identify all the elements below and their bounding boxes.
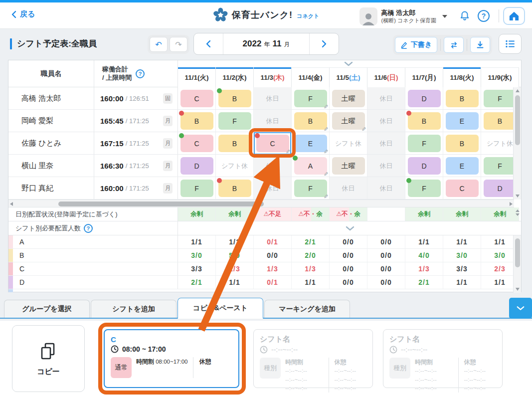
shift-cell[interactable]: F — [405, 177, 443, 199]
date-header[interactable]: 11/9(水) — [481, 67, 519, 87]
daily-row-scroll-arrows[interactable] — [516, 209, 520, 216]
shift-cell[interactable]: C✎ — [254, 132, 292, 154]
scroll-left-arrow[interactable] — [10, 202, 13, 206]
shift-cell[interactable]: D — [405, 87, 443, 109]
shift-cell[interactable]: B — [216, 132, 254, 154]
pencil-icon — [400, 41, 408, 49]
shift-cell[interactable]: B — [216, 177, 254, 199]
date-header[interactable]: 11/6(日) — [367, 67, 405, 87]
tab-select-group[interactable]: グループを選択 — [4, 300, 90, 318]
shift-cell[interactable]: シフト休 — [216, 155, 254, 177]
shift-cell[interactable]: 休日 — [367, 155, 405, 177]
date-header[interactable]: 11/1(火) — [178, 67, 216, 87]
shift-cell[interactable]: 休日 — [254, 155, 292, 177]
back-button[interactable]: 戻る — [11, 9, 35, 19]
shift-cell[interactable]: 土曜 — [330, 155, 367, 177]
shift-cell[interactable]: C — [443, 177, 481, 199]
shift-cell[interactable]: 土曜✎ — [330, 110, 367, 132]
prev-month-button[interactable] — [194, 33, 223, 54]
shift-color-stripe — [8, 262, 13, 275]
shift-cell[interactable]: C — [178, 132, 216, 154]
shift-cell[interactable]: B✎ — [292, 110, 330, 132]
shift-cell[interactable]: 休日 — [367, 110, 405, 132]
help-button[interactable]: ? — [477, 9, 490, 22]
shift-cell[interactable]: D — [405, 155, 443, 177]
shift-cell[interactable]: E✎ — [292, 132, 330, 154]
shift-cell[interactable]: D — [178, 155, 216, 177]
collapse-panel-button[interactable] — [509, 298, 532, 319]
daily-status-cell — [367, 207, 405, 221]
required-staff-help-icon[interactable]: ? — [84, 224, 93, 233]
shift-cell[interactable]: B — [443, 87, 481, 109]
shift-cell[interactable]: E — [443, 155, 481, 177]
shift-cell[interactable]: シフト休 — [330, 132, 367, 154]
redo-button[interactable]: ↷ — [170, 37, 187, 52]
date-header[interactable]: 11/8(火) — [443, 67, 481, 87]
shift-cell[interactable]: F — [405, 132, 443, 154]
tab-copy-paste[interactable]: コピー&ペースト — [177, 298, 263, 319]
shift-cell[interactable]: A✎ — [292, 155, 330, 177]
tab-add-marking[interactable]: マーキングを追加 — [264, 300, 350, 318]
edited-pencil-icon: ✎ — [286, 149, 290, 154]
notifications-button[interactable] — [458, 9, 471, 22]
ratio-value: 3/3 — [443, 262, 481, 275]
sync-button[interactable] — [444, 37, 464, 53]
shift-cell[interactable]: B — [443, 132, 481, 154]
next-month-button[interactable] — [310, 33, 339, 54]
vertical-scrollbar[interactable] — [513, 87, 521, 200]
scrollbar-thumb[interactable] — [515, 238, 520, 267]
date-header[interactable]: 11/4(金) — [292, 67, 330, 87]
avatar — [359, 7, 377, 25]
undo-button[interactable]: ↶ — [150, 37, 168, 52]
scrollbar-thumb[interactable] — [58, 201, 264, 206]
shift-cell[interactable]: 休日 — [367, 177, 405, 199]
copy-label: コピー — [37, 367, 60, 377]
shift-cell[interactable]: 休日 — [367, 132, 405, 154]
shift-cell[interactable]: E — [443, 110, 481, 132]
scrollbar-thumb[interactable] — [515, 95, 520, 145]
hours-help-icon[interactable]: ? — [136, 69, 145, 78]
date-header[interactable]: 11/2(水) — [216, 67, 254, 87]
copied-shift-card[interactable]: C 08:00 ~ 17:00 通常 時間割 08:00~17:00 休憩 — [104, 329, 239, 388]
shift-cell[interactable]: F — [178, 177, 216, 199]
scroll-down-arrow[interactable] — [516, 288, 520, 291]
ratio-value: 0/0 — [330, 249, 367, 262]
shift-cell[interactable]: B — [405, 110, 443, 132]
shift-chip: 土曜 — [332, 157, 365, 175]
shift-cell[interactable]: C — [178, 87, 216, 109]
horizontal-scrollbar[interactable] — [8, 200, 514, 207]
collapse-shifts-control[interactable] — [178, 221, 522, 235]
shift-cell[interactable]: 休日 — [254, 177, 292, 199]
question-icon: ? — [478, 10, 490, 22]
home-button[interactable] — [503, 7, 525, 25]
chevron-down-icon — [344, 61, 353, 66]
shift-cell[interactable]: 休日 — [330, 177, 367, 199]
date-header[interactable]: 11/5(土) — [330, 67, 367, 87]
draft-button[interactable]: 下書き — [395, 37, 437, 53]
shift-cell[interactable]: B — [178, 110, 216, 132]
shift-cell[interactable]: F✎ — [292, 87, 330, 109]
shift-cell[interactable]: 土曜 — [330, 87, 367, 109]
collapse-dates-control[interactable] — [178, 60, 519, 67]
scroll-down-arrow[interactable] — [516, 195, 520, 198]
download-button[interactable] — [470, 37, 490, 53]
edited-pencil-icon: ✎ — [324, 149, 328, 154]
scroll-right-arrow[interactable] — [510, 202, 513, 206]
tab-add-shift[interactable]: シフトを追加 — [91, 300, 177, 318]
copy-button[interactable]: コピー — [12, 325, 85, 392]
shift-cell[interactable]: 休日 — [254, 110, 292, 132]
user-menu[interactable]: 高橋 浩太郎 (横断) コネクト保育園 — [359, 7, 447, 25]
shift-break: 休憩 — [199, 357, 211, 378]
current-month: 2022 年 11 月 — [223, 33, 310, 54]
summary-scrollbar[interactable] — [513, 235, 521, 293]
shift-cell[interactable]: 休日 — [254, 87, 292, 109]
shift-cell[interactable]: F✎ — [292, 177, 330, 199]
date-header[interactable]: 11/7(月) — [405, 67, 443, 87]
shift-cell[interactable]: 休日 — [367, 87, 405, 109]
shift-cell[interactable]: B — [216, 87, 254, 109]
list-view-button[interactable] — [499, 34, 522, 54]
date-header[interactable]: 11/3(木) — [254, 67, 292, 87]
scroll-up-arrow[interactable] — [516, 89, 520, 92]
shift-chip: D — [408, 157, 441, 175]
shift-cell[interactable]: F — [216, 110, 254, 132]
